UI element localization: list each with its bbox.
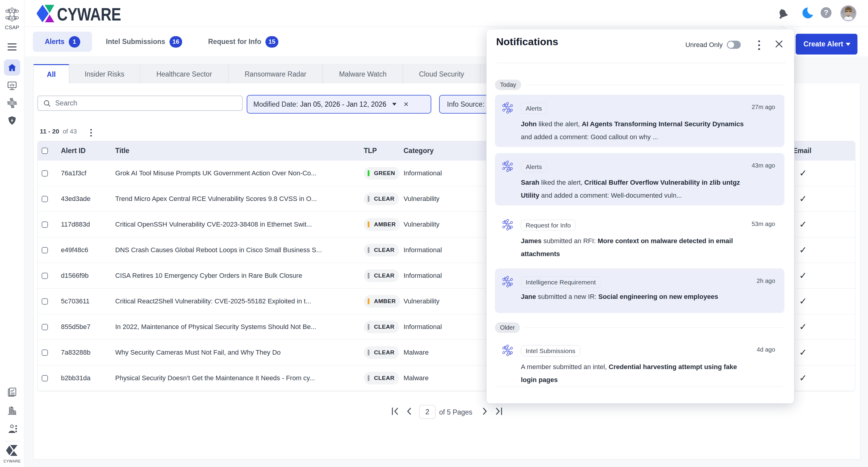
svg-text:?: ? bbox=[824, 8, 829, 16]
